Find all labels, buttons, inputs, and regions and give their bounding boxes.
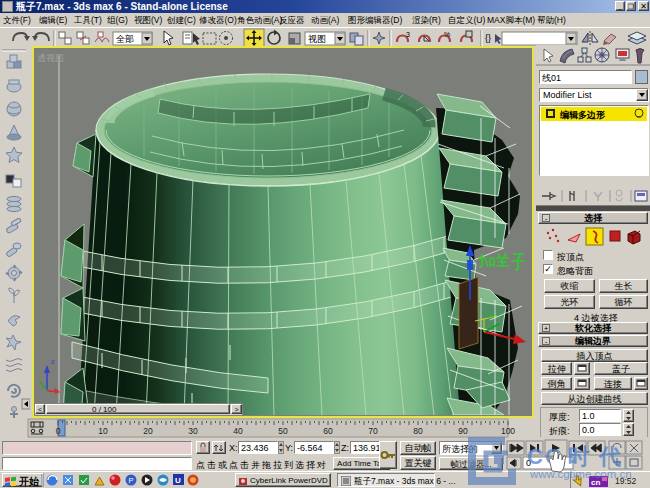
svg-text:%: %: [444, 31, 450, 38]
svg-text:60: 60: [323, 426, 333, 436]
svg-text:z: z: [51, 358, 55, 365]
svg-text:0: 0: [56, 426, 61, 436]
svg-text:透视图: 透视图: [37, 53, 64, 63]
svg-text:40: 40: [233, 426, 243, 436]
svg-text:0: 0: [526, 458, 531, 468]
svg-text:19:52: 19:52: [615, 476, 637, 486]
svg-text:20: 20: [486, 312, 494, 319]
svg-text:{}: {}: [485, 33, 491, 43]
svg-text:全部: 全部: [116, 34, 134, 44]
svg-text:50: 50: [278, 426, 288, 436]
svg-text:3: 3: [406, 31, 410, 38]
svg-text:100: 100: [501, 426, 515, 436]
svg-text:10: 10: [98, 426, 108, 436]
svg-text:cn: cn: [591, 478, 600, 487]
svg-text:P: P: [129, 476, 134, 485]
svg-text:U: U: [175, 476, 181, 485]
svg-text:80: 80: [413, 426, 423, 436]
svg-text:视图: 视图: [308, 34, 326, 44]
svg-text:90: 90: [458, 426, 468, 436]
svg-text:30: 30: [188, 426, 198, 436]
svg-text:20: 20: [143, 426, 153, 436]
svg-text:70: 70: [368, 426, 378, 436]
